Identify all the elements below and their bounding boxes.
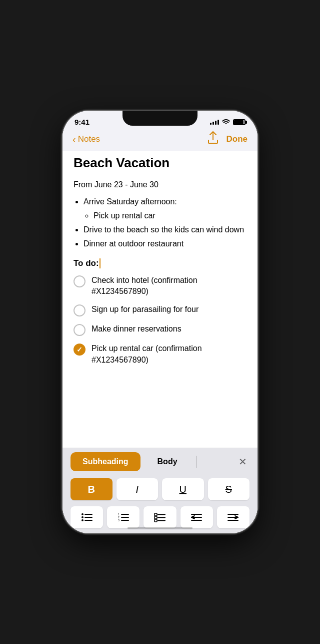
list-item: Pick up rental car [94,210,246,222]
indent-right-button[interactable] [217,506,250,528]
subheading-style-button[interactable]: Subheading [70,452,140,471]
list-item: Drive to the beach so the kids can wind … [84,224,246,236]
list-item: Arrive Saturday afternoon: Pick up renta… [84,196,246,222]
indent-left-button[interactable] [180,506,213,528]
todo-text-2: Sign up for parasailing for four [92,304,246,315]
signal-bars-icon [210,120,219,125]
strikethrough-button[interactable]: S [208,478,250,500]
nav-bar: ‹ Notes Done [62,129,258,151]
bold-button[interactable]: B [70,478,112,500]
status-time: 9:41 [74,118,90,126]
svg-point-0 [82,513,84,515]
status-icons [210,118,246,126]
todo-checkbox-4[interactable]: ✓ [74,344,86,356]
note-title: Beach Vacation [74,155,246,171]
todo-item-4: ✓ Pick up rental car (confirmation #X123… [74,343,246,366]
todo-text-1: Check into hotel (confirmation #X1234567… [92,275,246,297]
todo-list: Check into hotel (confirmation #X1234567… [74,275,246,366]
share-button[interactable] [208,131,218,147]
style-divider [196,456,197,468]
todo-item-1: Check into hotel (confirmation #X1234567… [74,275,246,297]
wifi-icon [222,118,230,126]
nav-actions: Done [208,131,248,147]
todo-item-3: Make dinner reservations [74,324,246,336]
back-button[interactable]: ‹ Notes [72,134,100,144]
format-row: B I U S [62,475,258,503]
body-style-button[interactable]: Body [146,452,190,471]
italic-button[interactable]: I [116,478,158,500]
todo-header: To do: [74,257,246,270]
notch [122,111,198,126]
sub-bullet-list: Pick up rental car [84,210,246,222]
phone-frame: 9:41 [62,111,258,533]
svg-point-2 [82,519,84,521]
underline-button[interactable]: U [162,478,204,500]
screen: 9:41 [62,111,258,533]
date-range: From June 23 - June 30 [74,179,246,191]
svg-rect-13 [154,516,157,519]
note-body: From June 23 - June 30 Arrive Saturday a… [74,179,246,366]
svg-text:3: 3 [118,519,120,522]
svg-rect-14 [154,519,157,522]
home-indicator [128,527,192,529]
formatting-area: Subheading Body ✕ B I U S [62,448,258,533]
text-cursor [100,258,100,268]
bullet-list: Arrive Saturday afternoon: Pick up renta… [74,196,246,250]
todo-text-4: Pick up rental car (confirmation #X12345… [92,343,246,366]
note-content: Beach Vacation From June 23 - June 30 Ar… [62,151,258,448]
checklist-button[interactable] [144,506,176,528]
todo-checkbox-1[interactable] [74,275,86,287]
done-button[interactable]: Done [226,134,248,144]
list-item: Dinner at outdoor restaurant [84,238,246,250]
style-row: Subheading Body ✕ [62,448,258,475]
todo-item-2: Sign up for parasailing for four [74,304,246,316]
todo-text-3: Make dinner reservations [92,324,246,335]
todo-checkbox-2[interactable] [74,304,86,316]
svg-rect-12 [154,513,157,516]
svg-point-1 [82,516,84,518]
back-chevron-icon: ‹ [72,134,76,144]
unordered-list-button[interactable] [70,506,103,528]
todo-checkbox-3[interactable] [74,324,86,336]
style-close-button[interactable]: ✕ [236,455,250,469]
numbered-list-button[interactable]: 1 2 3 [107,506,140,528]
battery-icon [233,119,246,125]
back-label: Notes [78,134,100,144]
